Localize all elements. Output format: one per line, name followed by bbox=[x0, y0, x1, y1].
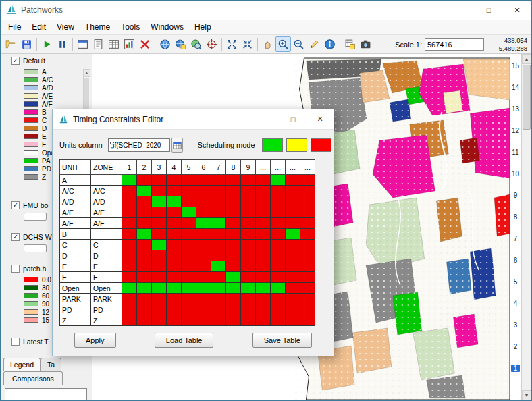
constraint-cell[interactable] bbox=[300, 207, 315, 218]
constraint-cell[interactable] bbox=[241, 294, 256, 304]
close-button[interactable]: ✕ bbox=[503, 1, 531, 20]
constraint-cell[interactable] bbox=[182, 218, 196, 229]
constraint-cell[interactable] bbox=[211, 250, 226, 261]
tab-comparisons[interactable]: Comparisons bbox=[3, 371, 63, 385]
pause-button[interactable] bbox=[55, 36, 70, 52]
constraint-cell[interactable] bbox=[196, 240, 211, 250]
constraint-cell[interactable] bbox=[286, 218, 300, 229]
constraint-cell[interactable] bbox=[241, 240, 256, 250]
constraint-cell[interactable] bbox=[182, 207, 196, 218]
constraint-cell[interactable] bbox=[241, 175, 256, 186]
constraint-cell[interactable] bbox=[137, 218, 152, 229]
save-button[interactable] bbox=[19, 36, 34, 52]
constraint-cell[interactable] bbox=[256, 196, 271, 207]
constraint-cell[interactable] bbox=[196, 294, 211, 304]
pan-hand-button[interactable] bbox=[260, 36, 275, 52]
constraint-cell[interactable] bbox=[300, 315, 315, 326]
constraint-cell[interactable] bbox=[226, 186, 241, 196]
constraint-cell[interactable] bbox=[182, 196, 196, 207]
constraint-cell[interactable] bbox=[196, 250, 211, 261]
constraint-cell[interactable] bbox=[137, 283, 152, 294]
constraint-cell[interactable] bbox=[196, 229, 211, 240]
constraint-cell[interactable] bbox=[241, 186, 256, 196]
constraint-cell[interactable] bbox=[182, 229, 196, 240]
constraint-cell[interactable] bbox=[137, 186, 152, 196]
constraint-cell[interactable] bbox=[196, 186, 211, 196]
constraint-cell[interactable] bbox=[286, 186, 300, 196]
constraint-cell[interactable] bbox=[211, 294, 226, 304]
constraint-cell[interactable] bbox=[271, 186, 286, 196]
title-bar[interactable]: Patchworks — □ ✕ bbox=[1, 1, 531, 20]
constraint-cell[interactable] bbox=[152, 196, 167, 207]
constraint-cell[interactable] bbox=[182, 283, 196, 294]
constraint-cell[interactable] bbox=[271, 175, 286, 186]
constraint-cell[interactable] bbox=[211, 229, 226, 240]
constraint-cell[interactable] bbox=[122, 272, 137, 283]
constraint-cell[interactable] bbox=[256, 218, 271, 229]
constraint-cell[interactable] bbox=[167, 294, 182, 304]
constraint-cell[interactable] bbox=[122, 315, 137, 326]
constraint-cell[interactable] bbox=[122, 196, 137, 207]
constraint-cell[interactable] bbox=[256, 207, 271, 218]
constraint-cell[interactable] bbox=[286, 196, 300, 207]
constraint-cell[interactable] bbox=[300, 294, 315, 304]
menu-item-theme[interactable]: Theme bbox=[80, 20, 115, 34]
constraint-cell[interactable] bbox=[211, 240, 226, 250]
info-button[interactable] bbox=[322, 36, 338, 52]
constraint-cell[interactable] bbox=[256, 272, 271, 283]
constraint-cell[interactable] bbox=[241, 261, 256, 272]
constraint-cell[interactable] bbox=[300, 218, 315, 229]
constraint-cell[interactable] bbox=[211, 283, 226, 294]
constraint-cell[interactable] bbox=[152, 315, 167, 326]
constraint-cell[interactable] bbox=[196, 272, 211, 283]
zoom-full-extent-button[interactable] bbox=[224, 36, 240, 52]
constraint-cell[interactable] bbox=[167, 196, 182, 207]
constraint-cell[interactable] bbox=[241, 304, 256, 315]
constraint-cell[interactable] bbox=[256, 261, 271, 272]
constraint-cell[interactable] bbox=[196, 261, 211, 272]
constraint-cell[interactable] bbox=[137, 250, 152, 261]
constraint-cell[interactable] bbox=[137, 315, 152, 326]
constraint-cell[interactable] bbox=[137, 304, 152, 315]
constraint-cell[interactable] bbox=[286, 175, 300, 186]
constraint-cell[interactable] bbox=[271, 218, 286, 229]
constraint-cell[interactable] bbox=[211, 218, 226, 229]
constraint-cell[interactable] bbox=[196, 283, 211, 294]
constraint-cell[interactable] bbox=[271, 196, 286, 207]
constraint-cell[interactable] bbox=[226, 250, 241, 261]
constraint-cell[interactable] bbox=[167, 186, 182, 196]
maximize-button[interactable]: □ bbox=[475, 1, 503, 20]
constraint-cell[interactable] bbox=[152, 240, 167, 250]
constraint-cell[interactable] bbox=[167, 261, 182, 272]
load-table-button[interactable]: Load Table bbox=[155, 333, 214, 348]
constraint-cell[interactable] bbox=[241, 315, 256, 326]
constraint-cell[interactable] bbox=[300, 250, 315, 261]
constraint-cell[interactable] bbox=[286, 240, 300, 250]
constraint-cell[interactable] bbox=[271, 294, 286, 304]
constraint-cell[interactable] bbox=[137, 175, 152, 186]
constraint-cell[interactable] bbox=[256, 250, 271, 261]
constraint-cell[interactable] bbox=[226, 229, 241, 240]
constraint-cell[interactable] bbox=[122, 186, 137, 196]
dialog-close-button[interactable]: ✕ bbox=[307, 109, 334, 129]
constraint-cell[interactable] bbox=[271, 250, 286, 261]
layer-row-default[interactable]: ✓ Default bbox=[1, 54, 92, 66]
constraint-cell[interactable] bbox=[196, 304, 211, 315]
constraint-cell[interactable] bbox=[182, 294, 196, 304]
constraint-cell[interactable] bbox=[271, 272, 286, 283]
constraint-cell[interactable] bbox=[241, 229, 256, 240]
constraint-cell[interactable] bbox=[196, 175, 211, 186]
constraint-cell[interactable] bbox=[300, 283, 315, 294]
constraint-cell[interactable] bbox=[256, 175, 271, 186]
table-view-button[interactable] bbox=[106, 36, 122, 52]
constraint-cell[interactable] bbox=[196, 196, 211, 207]
scrollbar-thumb[interactable] bbox=[523, 65, 531, 130]
constraint-cell[interactable] bbox=[196, 315, 211, 326]
menu-item-tools[interactable]: Tools bbox=[115, 20, 145, 34]
constraint-cell[interactable] bbox=[300, 196, 315, 207]
constraint-cell[interactable] bbox=[152, 261, 167, 272]
legend-item-a-e[interactable]: A/E bbox=[24, 92, 92, 100]
constraint-cell[interactable] bbox=[271, 315, 286, 326]
constraint-cell[interactable] bbox=[226, 304, 241, 315]
constraint-cell[interactable] bbox=[137, 196, 152, 207]
